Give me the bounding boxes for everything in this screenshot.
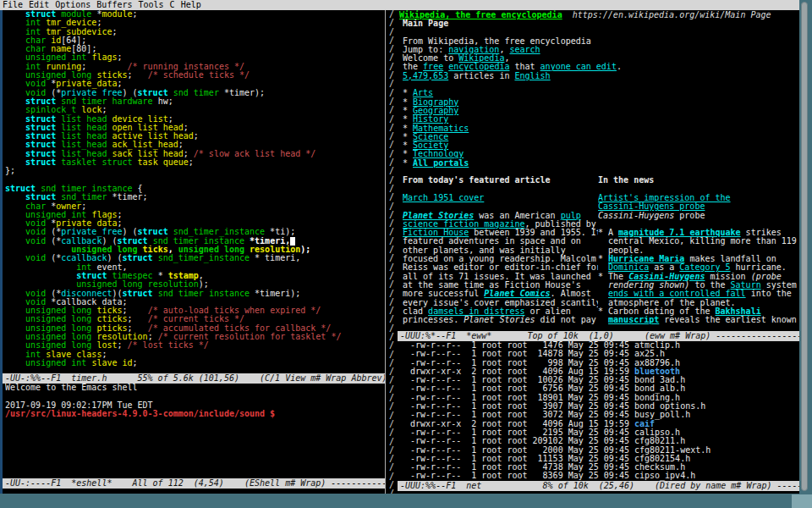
dired-filename[interactable]: cipso_ipv4.h [634, 472, 695, 480]
text-segment [598, 263, 608, 272]
eshell-window[interactable]: Welcome to the Emacs shell2017-09-19 09:… [3, 384, 385, 478]
link[interactable]: ends with a controlled fall [608, 290, 746, 298]
link[interactable]: Science [413, 133, 448, 141]
menu-buffers[interactable]: Buffers [96, 0, 132, 9]
link[interactable]: Cassini-Huygens [628, 273, 705, 281]
menu-edit[interactable]: Edit [29, 0, 49, 9]
dired-row: -rw-r--r-- 1 root root 14878 May 25 09:4… [400, 350, 799, 358]
menu-file[interactable]: File [3, 0, 23, 9]
window-scrollbar[interactable] [801, 2, 808, 491]
link[interactable]: 5,479,653 [403, 72, 448, 80]
link[interactable]: Society [413, 141, 448, 150]
menu-c[interactable]: C [170, 0, 175, 9]
text-line: struct snd_timer *timer; [5, 193, 385, 202]
text-line: unsigned int slave_id; [5, 359, 385, 367]
text-line: char name[80]; [5, 45, 385, 53]
link[interactable]: damsels in distress [428, 307, 524, 316]
text-segment: struct [138, 89, 168, 97]
link[interactable]: History [413, 115, 448, 124]
link[interactable]: free [423, 63, 443, 71]
dired-filename[interactable]: busy_poll.h [634, 411, 690, 419]
eww-window[interactable]: Main PageFrom Wikipedia, the free encycl… [398, 19, 799, 331]
text-segment: /* auto-load ticks when expired */ [148, 306, 321, 315]
text-line: unsigned long resolution); [5, 280, 385, 289]
text-line: unsigned long lost; /* lost ticks */ [5, 341, 385, 350]
text-line [403, 80, 799, 89]
text-segment: int [71, 211, 86, 219]
code-window[interactable]: struct module *module; int tmr_device; i… [3, 10, 385, 373]
link[interactable]: Cassini-Huygens probe [598, 202, 705, 211]
divider-glyph: / [389, 290, 398, 298]
divider-glyph: / [389, 324, 398, 333]
dired-file-attributes: -rw-r--r-- 1 root root 1476 May 25 09:45 [400, 341, 634, 350]
dired-filename[interactable]: cfg80211-wext.h [634, 446, 710, 455]
dired-filename[interactable]: ax88796.h [634, 359, 680, 367]
link[interactable]: Technology [413, 150, 464, 158]
text-segment: private_data [56, 219, 117, 228]
link[interactable]: All portals [413, 159, 469, 168]
dired-filename[interactable]: atmclip.h [634, 341, 680, 350]
text-line: 2017-09-19 09:02:17PM Tue EDT [5, 401, 385, 410]
link[interactable]: Fiction House [403, 229, 469, 237]
menu-options[interactable]: Options [55, 0, 91, 9]
text-segment: struct [117, 237, 147, 246]
text-segment: Reiss was editor or editor-in-chief for [403, 263, 598, 272]
eshell-modeline: -UU-:----F1 *eshell* All of 112 (4,54) (… [3, 478, 385, 489]
link[interactable]: March 1951 cover [403, 194, 484, 202]
link[interactable]: Arts [413, 89, 433, 97]
text-segment: * [403, 159, 413, 168]
link[interactable]: Biography [413, 98, 458, 107]
text-segment: /* lost ticks */ [128, 341, 209, 350]
link[interactable]: search [509, 46, 540, 54]
link[interactable]: science fiction magazine [403, 220, 525, 229]
text-segment [5, 202, 25, 211]
resize-grip[interactable] [792, 494, 812, 508]
text-segment: * [403, 107, 413, 115]
link[interactable]: encyclopedia [448, 63, 509, 71]
dired-filename[interactable]: bluetooth [634, 367, 680, 376]
dired-filename[interactable]: calipso.h [634, 428, 680, 437]
dired-file-attributes: -rw-r--r-- 1 root root 3072 May 25 09:45 [400, 411, 634, 419]
link[interactable]: Mathematics [413, 124, 469, 133]
dired-filename[interactable]: bond_3ad.h [634, 376, 685, 384]
link[interactable]: Category 5 [679, 263, 730, 272]
dired-window[interactable]: -rw-r--r-- 1 root root 1476 May 25 09:45… [398, 341, 799, 481]
link[interactable]: manuscript [608, 316, 659, 324]
menu-help[interactable]: Help [181, 0, 201, 9]
link[interactable]: Hurricane Maria [608, 255, 684, 263]
dired-filename[interactable]: caif [634, 420, 655, 428]
link[interactable]: pulp [561, 212, 581, 220]
link[interactable]: Planet Stories [403, 212, 474, 220]
dired-filename[interactable]: cfg802154.h [634, 455, 690, 463]
text-segment: lock [81, 106, 102, 114]
text-segment [5, 36, 25, 45]
link[interactable]: Planet Comics [484, 290, 550, 298]
link[interactable]: Saturn [731, 281, 761, 290]
link[interactable]: magnitude 7.1 earthquake [618, 229, 741, 237]
link[interactable]: anyone can edit [540, 63, 617, 71]
dired-filename[interactable]: bonding.h [634, 394, 680, 402]
divider-glyph: / [389, 254, 398, 262]
dired-filename[interactable]: cfg80211.h [634, 437, 685, 445]
link[interactable]: Bakhshali [715, 307, 760, 316]
link[interactable]: Geography [413, 107, 458, 115]
link[interactable]: Wikipedia [458, 54, 504, 63]
dired-filename[interactable]: bond_alb.h [634, 384, 685, 393]
text-segment: snd_timer_instance [158, 290, 250, 298]
divider-glyph: / [389, 10, 398, 19]
text-segment: or alien [525, 307, 571, 316]
text-segment: unsigned [25, 324, 66, 333]
menu-tools[interactable]: Tools [139, 0, 164, 9]
dired-filename[interactable]: ax25.h [634, 350, 665, 358]
text-segment: struct [25, 150, 56, 158]
link[interactable]: English [514, 72, 550, 80]
eww-page-title-link[interactable]: Wikipedia, the free encyclopedia [399, 10, 562, 19]
dired-filename[interactable]: bond_options.h [634, 402, 705, 411]
text-line: ends with a controlled fall into the [598, 290, 799, 298]
window-divider[interactable]: ////////////////////////////////////////… [385, 10, 398, 494]
link[interactable]: Artist's impression of the [598, 194, 731, 202]
link[interactable]: Dominica [608, 263, 649, 272]
in-the-news-column: In the newsArtist's impression of theCas… [598, 176, 799, 324]
dired-filename[interactable]: checksum.h [634, 463, 685, 472]
link[interactable]: navigation [448, 46, 499, 54]
